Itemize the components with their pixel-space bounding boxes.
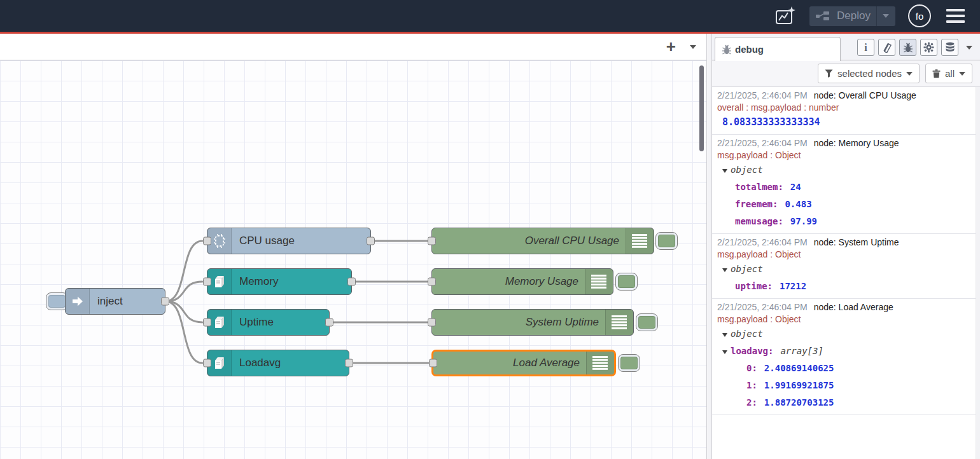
node-system-uptime[interactable]: System Uptime — [431, 309, 634, 336]
input-port[interactable] — [428, 319, 436, 327]
output-port[interactable] — [161, 298, 169, 306]
message-property: msg.payload : Object — [717, 313, 974, 325]
output-port[interactable] — [347, 278, 356, 286]
clear-dropdown-label: all — [945, 68, 955, 79]
node-overall-cpu-usage[interactable]: Overall CPU Usage — [431, 228, 654, 254]
message-timestamp: 2/21/2025, 2:46:04 PM — [717, 301, 808, 313]
debug-list-icon — [591, 275, 608, 289]
disclosure-triangle-icon[interactable] — [722, 333, 727, 337]
cpu-chip-icon — [213, 233, 226, 249]
message-timestamp: 2/21/2025, 2:46:04 PM — [717, 89, 808, 102]
node-label: CPU usage — [232, 235, 302, 247]
sidebar-splitter[interactable] — [706, 34, 712, 459]
add-flow-button[interactable]: + — [666, 37, 676, 57]
disclosure-triangle-icon[interactable] — [722, 350, 727, 354]
input-port[interactable] — [429, 359, 437, 367]
node-memory[interactable]: Memory — [207, 268, 352, 295]
input-port[interactable] — [203, 319, 211, 327]
hamburger-icon — [946, 9, 965, 11]
debug-tab-button[interactable] — [899, 39, 916, 56]
input-port[interactable] — [203, 278, 211, 286]
context-tab-button[interactable] — [941, 39, 958, 56]
message-property: overall : msg.payload : number — [717, 102, 974, 114]
input-port[interactable] — [203, 237, 211, 245]
node-label: Loadavg — [232, 357, 288, 369]
inject-arrow-icon — [71, 295, 84, 308]
server-icon — [213, 315, 226, 330]
wire[interactable] — [165, 282, 202, 301]
sidebar-toolbar: i — [857, 39, 972, 56]
message-property: msg.payload : Object — [717, 149, 974, 161]
node-label: System Uptime — [432, 316, 605, 329]
debug-toggle-button[interactable] — [636, 313, 658, 331]
workspace: + inject — [0, 34, 706, 459]
node-inject[interactable]: inject — [65, 288, 165, 315]
info-tab-button[interactable]: i — [857, 39, 874, 56]
header: Deploy fo — [0, 0, 980, 32]
server-icon — [213, 274, 226, 289]
debug-toggle-button[interactable] — [655, 232, 678, 250]
wire[interactable] — [165, 301, 202, 322]
node-label: Memory Usage — [432, 275, 585, 288]
node-uptime[interactable]: Uptime — [207, 309, 330, 336]
input-port[interactable] — [428, 237, 436, 245]
book-icon — [882, 43, 892, 53]
node-memory-usage[interactable]: Memory Usage — [431, 268, 613, 295]
sidebar-scrollbar[interactable] — [976, 87, 980, 459]
debug-sidebar: debug i — [712, 34, 980, 459]
main-menu-button[interactable] — [944, 6, 967, 25]
message-source-node[interactable]: node: Overall CPU Usage — [814, 89, 916, 102]
gear-icon — [923, 42, 934, 53]
flow-canvas[interactable]: inject CPU usage — [0, 60, 706, 459]
tab-label: debug — [735, 44, 764, 55]
ai-image-button[interactable] — [774, 4, 797, 27]
deploy-label: Deploy — [837, 10, 871, 22]
output-port[interactable] — [345, 359, 353, 367]
wires-layer — [0, 60, 706, 459]
debug-message: 2/21/2025, 2:46:04 PM node: Overall CPU … — [712, 87, 980, 135]
node-label: Uptime — [232, 316, 281, 329]
flow-list-chevron-down-icon[interactable] — [690, 45, 696, 49]
output-port[interactable] — [367, 237, 375, 245]
input-port[interactable] — [203, 359, 211, 367]
sidebar-menu-chevron-down-icon[interactable] — [966, 46, 972, 50]
node-cpu-usage[interactable]: CPU usage — [207, 228, 371, 254]
node-load-average[interactable]: Load Average — [431, 350, 616, 376]
header-accent-line — [0, 32, 980, 34]
debug-filter-row: selected nodes all — [712, 60, 980, 87]
deploy-button[interactable]: Deploy — [809, 6, 895, 26]
message-source-node[interactable]: node: Load Average — [814, 301, 893, 313]
filter-dropdown-label: selected nodes — [837, 68, 902, 79]
clear-messages-dropdown[interactable]: all — [925, 64, 972, 83]
message-property: msg.payload : Object — [717, 249, 974, 261]
sidebar-tabbar: debug i — [712, 34, 980, 60]
disclosure-triangle-icon[interactable] — [722, 169, 727, 173]
tab-debug[interactable]: debug — [715, 37, 841, 61]
ai-image-icon — [774, 5, 796, 27]
node-loadavg[interactable]: Loadavg — [207, 350, 349, 376]
chevron-down-icon — [906, 72, 913, 76]
help-tab-button[interactable] — [878, 39, 895, 56]
message-timestamp: 2/21/2025, 2:46:04 PM — [717, 137, 808, 149]
deploy-icon — [816, 11, 831, 21]
output-port[interactable] — [325, 319, 333, 327]
deploy-divider — [876, 6, 877, 26]
flow-tabbar: + — [0, 34, 706, 60]
filter-nodes-dropdown[interactable]: selected nodes — [818, 64, 920, 83]
debug-toggle-button[interactable] — [618, 354, 640, 372]
canvas-vertical-scrollbar[interactable] — [699, 65, 704, 151]
node-label: Memory — [232, 275, 286, 288]
chevron-down-icon — [959, 72, 965, 76]
debug-message: 2/21/2025, 2:46:04 PM node: Memory Usage… — [712, 135, 980, 234]
debug-toggle-button[interactable] — [615, 273, 638, 291]
info-icon: i — [864, 42, 867, 53]
debug-list-icon — [592, 356, 609, 370]
message-source-node[interactable]: node: Memory Usage — [814, 137, 899, 149]
input-port[interactable] — [428, 278, 436, 286]
message-source-node[interactable]: node: System Uptime — [814, 236, 899, 249]
deploy-chevron-down-icon[interactable] — [883, 14, 889, 18]
config-tab-button[interactable] — [920, 39, 937, 56]
avatar[interactable]: fo — [908, 4, 931, 27]
debug-list-icon — [612, 315, 628, 329]
disclosure-triangle-icon[interactable] — [722, 268, 727, 272]
